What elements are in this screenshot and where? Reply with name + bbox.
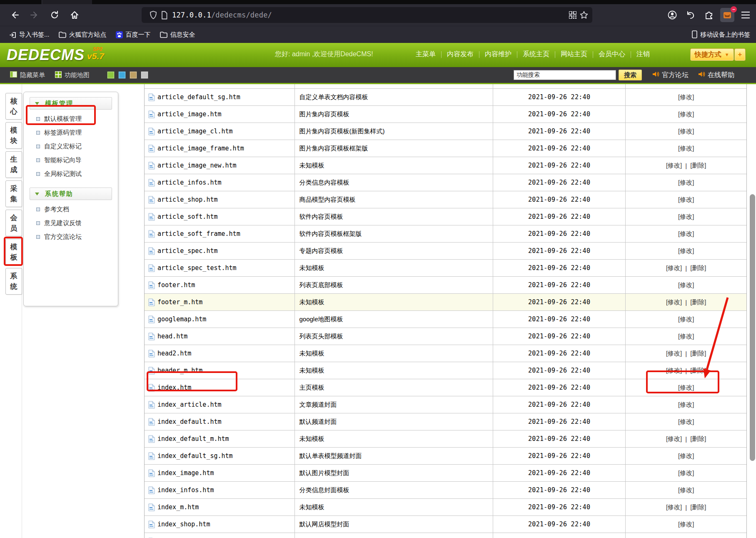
menu-item[interactable]: 标签源码管理 <box>36 126 118 140</box>
modify-link[interactable]: [修改] <box>678 520 694 528</box>
theme-swatch-3[interactable] <box>141 71 148 79</box>
sidebar-tab-4[interactable]: 会员 <box>5 210 22 236</box>
menu-item[interactable]: 官方交流论坛 <box>36 230 118 244</box>
modify-link[interactable]: [修改] <box>678 469 694 477</box>
menu-item[interactable]: 智能标记向导 <box>36 153 118 167</box>
modify-link[interactable]: [修改] <box>678 213 694 221</box>
browser-tab[interactable] <box>42 0 92 4</box>
account-icon[interactable] <box>665 8 679 22</box>
modify-link[interactable]: [修改] <box>678 196 694 204</box>
modify-link[interactable]: [修改] <box>666 350 682 358</box>
page-scrollbar-thumb[interactable] <box>750 194 755 461</box>
shield-icon[interactable] <box>149 10 157 20</box>
modify-link[interactable]: [修改] <box>666 435 682 443</box>
function-map-button[interactable]: 功能地图 <box>55 71 90 79</box>
bookmark-item[interactable]: 信息安全 <box>160 31 195 39</box>
sidebar-tab-6[interactable]: 系统 <box>5 268 22 295</box>
sidebar-tab-1[interactable]: 模块 <box>5 122 22 149</box>
online-help-link[interactable]: 在线帮助 <box>699 71 734 80</box>
modify-link[interactable]: [修改] <box>678 486 694 494</box>
modify-link[interactable]: [修改] <box>678 247 694 255</box>
modify-link[interactable]: [修改] <box>678 145 694 153</box>
modify-link[interactable]: [修改] <box>678 333 694 340</box>
proxy-extension-icon[interactable]: – <box>720 8 734 22</box>
modify-link[interactable]: [修改] <box>678 179 694 187</box>
tab-char: 员 <box>10 223 17 233</box>
delete-link[interactable]: [删除] <box>690 367 706 375</box>
modify-link[interactable]: [修改] <box>666 503 682 511</box>
hamburger-menu-icon[interactable] <box>739 8 753 22</box>
modify-link[interactable]: [修改] <box>666 367 682 375</box>
nav-item-5[interactable]: 会员中心 <box>593 49 631 60</box>
undo-arrow-icon[interactable] <box>684 8 698 22</box>
sidebar-tab-3[interactable]: 采集 <box>5 180 22 207</box>
menu-item[interactable]: 全局标记测试 <box>36 167 118 181</box>
official-forum-link[interactable]: 官方论坛 <box>653 71 689 80</box>
modify-link[interactable]: [修改] <box>666 162 682 170</box>
hide-menu-button[interactable]: 隐藏菜单 <box>10 71 45 79</box>
modify-link[interactable]: [修改] <box>678 418 694 426</box>
nav-item-1[interactable]: 内容发布 <box>442 49 479 60</box>
modify-link[interactable]: [修改] <box>666 264 682 272</box>
delete-link[interactable]: [删除] <box>690 350 706 358</box>
table-row: article_spec.htm专题内容页模板2021-09-26 22:40[… <box>145 243 746 260</box>
sidebar-tab-5[interactable]: 模板 <box>5 239 22 265</box>
menu-section-header[interactable]: 系统帮助 <box>30 188 112 200</box>
menu-item[interactable]: 默认模板管理 <box>36 112 118 126</box>
nav-item-0[interactable]: 主菜单 <box>410 49 441 60</box>
url-bar[interactable]: 127.0.0.1/dedecms/dede/ <box>142 7 592 23</box>
bookmark-item[interactable]: 导入书签... <box>9 31 50 39</box>
home-button[interactable] <box>67 8 82 22</box>
page-info-icon[interactable] <box>161 11 168 20</box>
menu-item[interactable]: 参考文档 <box>36 203 118 216</box>
theme-swatch-0[interactable] <box>107 71 115 79</box>
bookmark-item[interactable]: 百度一下 <box>116 31 151 39</box>
modify-link[interactable]: [修改] <box>678 401 694 409</box>
qr-extension-icon[interactable] <box>569 11 576 19</box>
sidebar-tab-0[interactable]: 核心 <box>5 93 22 120</box>
html-file-icon <box>148 196 155 204</box>
shortcut-button[interactable]: 快捷方式 ▼ <box>691 49 734 60</box>
action-cell: [修改] <box>626 328 746 345</box>
modify-link[interactable]: [修改] <box>678 315 694 323</box>
nav-item-4[interactable]: 网站主页 <box>555 49 593 60</box>
sidebar-tab-2[interactable]: 生成 <box>5 151 22 178</box>
table-row: footer.htm列表页底部模板2021-09-26 22:40[修改] <box>145 277 746 294</box>
description-cell: 图片集内容页模板 <box>295 106 493 123</box>
back-button[interactable] <box>7 8 22 22</box>
delete-link[interactable]: [删除] <box>690 435 706 443</box>
reload-button[interactable] <box>47 8 62 22</box>
action-cell: [修改] <box>626 277 746 293</box>
menu-section-header[interactable]: 模板管理 <box>30 97 112 110</box>
modify-link[interactable]: [修改] <box>678 93 694 101</box>
html-file-icon <box>148 503 155 511</box>
modify-link[interactable]: [修改] <box>678 128 694 135</box>
menu-item[interactable]: 意见建议反馈 <box>36 216 118 230</box>
theme-swatch-1[interactable] <box>118 71 126 79</box>
forward-button[interactable] <box>27 8 42 22</box>
table-row: footer_m.htm未知模板2021-09-26 22:40[修改]|[删除… <box>145 294 746 311</box>
mobile-bookmarks[interactable]: 移动设备上的书签 <box>692 30 750 40</box>
modify-link[interactable]: [修改] <box>678 452 694 460</box>
function-search-input[interactable] <box>514 70 616 80</box>
theme-swatch-2[interactable] <box>130 71 137 79</box>
menu-item[interactable]: 自定义宏标记 <box>36 140 118 153</box>
modify-link[interactable]: [修改] <box>678 384 694 392</box>
shortcut-add-button[interactable]: + <box>735 49 745 60</box>
nav-item-6[interactable]: 注销 <box>631 49 655 60</box>
modify-link[interactable]: [修改] <box>678 230 694 238</box>
modify-link[interactable]: [修改] <box>678 281 694 289</box>
delete-link[interactable]: [删除] <box>690 503 706 511</box>
bookmark-item[interactable]: 火狐官方站点 <box>59 31 107 39</box>
nav-item-3[interactable]: 系统主页 <box>517 49 555 60</box>
search-button[interactable]: 搜索 <box>619 70 642 80</box>
modify-link[interactable]: [修改] <box>678 110 694 118</box>
bookmark-star-icon[interactable] <box>580 11 588 19</box>
nav-item-2[interactable]: 内容维护 <box>479 49 517 60</box>
extensions-puzzle-icon[interactable] <box>702 8 716 22</box>
delete-link[interactable]: [删除] <box>690 298 706 306</box>
delete-link[interactable]: [删除] <box>690 264 706 272</box>
modify-link[interactable]: [修改] <box>666 298 682 306</box>
delete-link[interactable]: [删除] <box>690 162 706 170</box>
table-row: index.htm主页模板2021-09-26 22:40[修改] <box>145 379 746 396</box>
